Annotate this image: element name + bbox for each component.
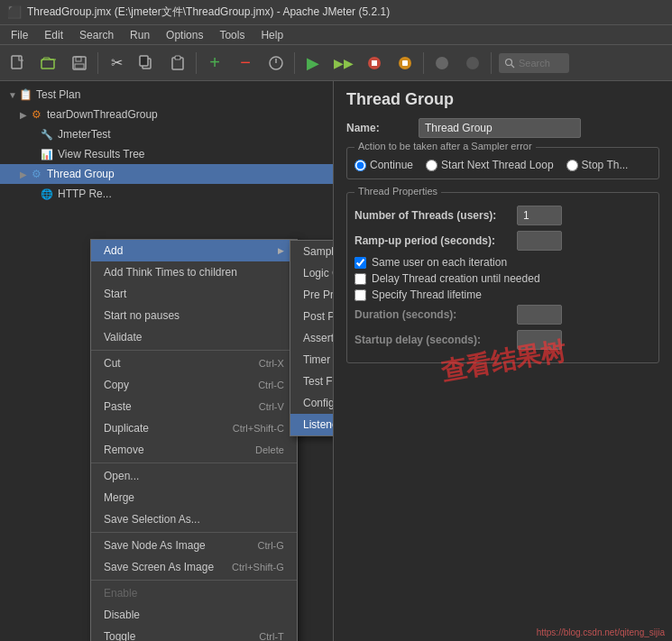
ctx-start-no-pauses[interactable]: Start no pauses <box>91 305 297 326</box>
ctx-toggle[interactable]: Toggle Ctrl-T <box>91 626 297 641</box>
cut-button[interactable]: ✂ <box>102 49 131 78</box>
toolbar-sep-1 <box>97 52 98 74</box>
svg-point-16 <box>466 57 479 69</box>
tree-label-viewresults: View Results Tree <box>58 148 145 160</box>
app-icon: ⬛ <box>7 5 22 19</box>
ctx-sep-2 <box>91 462 297 463</box>
checkbox-delay-thread[interactable]: Delay Thread creation until needed <box>354 272 651 285</box>
tree-item-http[interactable]: 🌐 HTTP Re... <box>0 184 333 204</box>
ctx-open[interactable]: Open... <box>91 465 297 487</box>
add-button[interactable]: + <box>200 49 229 78</box>
menu-options[interactable]: Options <box>159 27 210 43</box>
checkbox-same-user[interactable]: Same user on each iteration <box>354 256 651 269</box>
radio-stop-thread[interactable]: Stop Th... <box>566 159 629 171</box>
menu-file[interactable]: File <box>4 27 35 43</box>
copy-button[interactable] <box>133 49 161 78</box>
ctx-duplicate[interactable]: Duplicate Ctrl+Shift-C <box>91 417 297 439</box>
start-button[interactable]: ▶ <box>299 49 327 78</box>
toolbar-sep-4 <box>423 52 424 74</box>
ctx-disable[interactable]: Disable <box>91 604 297 626</box>
duration-input[interactable] <box>517 305 562 325</box>
menu-run[interactable]: Run <box>123 27 157 43</box>
open-button[interactable] <box>34 49 63 78</box>
paste-button[interactable] <box>163 49 192 78</box>
tree-item-viewresults[interactable]: 📊 View Results Tree <box>0 144 333 164</box>
ctx-save-selection[interactable]: Save Selection As... <box>91 508 297 530</box>
threads-input[interactable] <box>517 206 562 225</box>
submenu-add-sampler[interactable]: Sampler <box>290 241 334 262</box>
ctx-sep-1 <box>91 350 297 351</box>
stop-button[interactable] <box>360 49 389 78</box>
submenu-add-logic[interactable]: Logic Controller <box>290 262 334 284</box>
tree-arrow-teardown: ▶ <box>18 110 29 120</box>
ctx-validate[interactable]: Validate <box>91 326 297 348</box>
tree-item-threadgroup[interactable]: ▶ ⚙ Thread Group <box>0 164 333 184</box>
name-label: Name: <box>346 122 419 134</box>
submenu-add-assertions[interactable]: Assertions <box>290 327 334 349</box>
submenu-add-listener[interactable]: Listener <box>290 414 334 435</box>
tree-item-teardown[interactable]: ▶ ⚙ tearDownThreadGroup <box>0 105 333 124</box>
svg-rect-6 <box>140 56 148 66</box>
startup-input[interactable] <box>517 330 562 350</box>
svg-rect-12 <box>372 60 377 66</box>
ctx-paste[interactable]: Paste Ctrl-V <box>91 396 297 417</box>
menu-tools[interactable]: Tools <box>212 27 252 43</box>
new-button[interactable] <box>4 49 32 78</box>
save-button[interactable] <box>65 49 94 78</box>
submenu-add-config[interactable]: Config Element <box>290 392 334 414</box>
toggle-button[interactable] <box>262 49 290 78</box>
threadgroup-icon: ⚙ <box>29 167 43 181</box>
radio-start-next[interactable]: Start Next Thread Loop <box>426 159 554 171</box>
ctx-remove[interactable]: Remove Delete <box>91 439 297 461</box>
ctx-save-screen-image[interactable]: Save Screen As Image Ctrl+Shift-G <box>91 556 297 578</box>
ctx-merge[interactable]: Merge <box>91 487 297 508</box>
menu-help[interactable]: Help <box>253 27 290 43</box>
clear-all-button[interactable] <box>458 49 487 78</box>
radio-continue[interactable]: Continue <box>354 159 413 171</box>
ctx-start[interactable]: Start <box>91 283 297 305</box>
submenu-add-pre[interactable]: Pre Processors <box>290 284 334 306</box>
threads-label: Number of Threads (users): <box>354 209 517 222</box>
menu-bar: File Edit Search Run Options Tools Help <box>0 25 672 45</box>
tree-label-jmetertest: JmeterTest <box>58 128 111 141</box>
submenu-add-post[interactable]: Post Processors <box>290 306 334 327</box>
tree-arrow-testplan: ▼ <box>7 90 18 100</box>
tree-item-jmetertest[interactable]: 🔧 JmeterTest <box>0 124 333 144</box>
toolbar-sep-3 <box>294 52 295 74</box>
tree-view: ▼ 📋 Test Plan ▶ ⚙ tearDownThreadGroup 🔧 … <box>0 81 333 207</box>
startup-label: Startup delay (seconds): <box>354 334 517 346</box>
ctx-enable: Enable <box>91 582 297 604</box>
remove-button[interactable]: − <box>231 49 260 78</box>
tree-label-threadgroup: Thread Group <box>47 168 115 180</box>
action-box: Action to be taken after a Sampler error… <box>346 147 659 179</box>
threads-row: Number of Threads (users): <box>354 206 651 225</box>
start-no-pause-button[interactable]: ▶▶ <box>329 49 358 78</box>
submenu-add-timer[interactable]: Timer <box>290 349 334 371</box>
ctx-cut[interactable]: Cut Ctrl-X <box>91 353 297 374</box>
toolbar: ✂ + − ▶ ▶▶ <box>0 45 672 81</box>
ctx-copy[interactable]: Copy Ctrl-C <box>91 374 297 396</box>
ctx-add[interactable]: Add <box>91 240 297 261</box>
menu-search[interactable]: Search <box>72 27 121 43</box>
ramp-input[interactable] <box>517 231 562 251</box>
tree-item-testplan[interactable]: ▼ 📋 Test Plan <box>0 85 333 105</box>
ctx-sep-4 <box>91 580 297 581</box>
svg-line-18 <box>511 65 514 68</box>
right-panel: Thread Group Name: Action to be taken af… <box>334 81 672 641</box>
submenu-add: Sampler Logic Controller Pre Processors … <box>290 240 334 436</box>
shutdown-button[interactable] <box>391 49 419 78</box>
clear-button[interactable] <box>428 49 456 78</box>
tree-label-teardown: tearDownThreadGroup <box>47 108 158 121</box>
name-input[interactable] <box>419 118 581 138</box>
tree-label-http: HTTP Re... <box>58 188 112 200</box>
action-legend: Action to be taken after a Sampler error <box>354 141 536 151</box>
toolbar-sep-5 <box>491 52 492 74</box>
search-input[interactable] <box>519 58 564 69</box>
checkbox-specify-lifetime[interactable]: Specify Thread lifetime <box>354 288 651 301</box>
menu-edit[interactable]: Edit <box>37 27 70 43</box>
main-layout: ▼ 📋 Test Plan ▶ ⚙ tearDownThreadGroup 🔧 … <box>0 81 672 641</box>
jmetertest-icon: 🔧 <box>40 127 54 142</box>
ctx-save-node-image[interactable]: Save Node As Image Ctrl-G <box>91 535 297 556</box>
ctx-add-think-times[interactable]: Add Think Times to children <box>91 261 297 283</box>
submenu-add-fragment[interactable]: Test Fragment <box>290 371 334 392</box>
